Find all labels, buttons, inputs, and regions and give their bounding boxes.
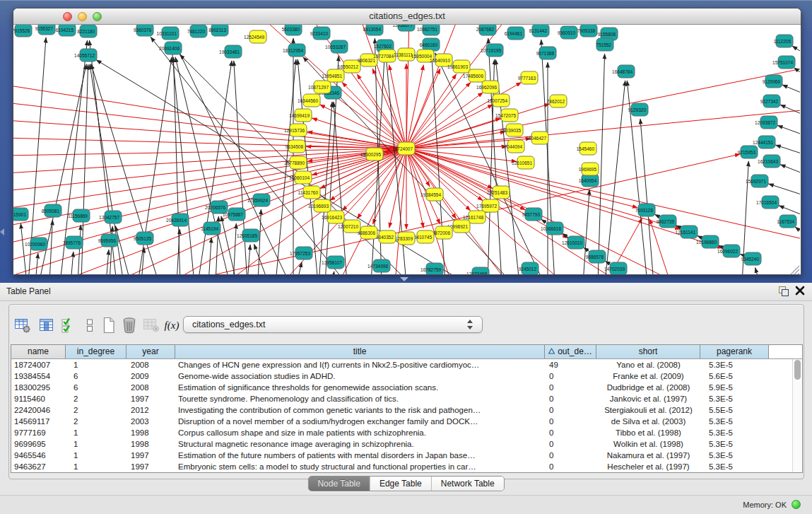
graph-node[interactable]: 20691406 <box>159 42 182 54</box>
graph-node[interactable]: 9505135 <box>134 232 153 245</box>
function-builder-button[interactable]: f(x) <box>161 316 182 334</box>
graph-node[interactable]: 8902113 <box>208 25 228 36</box>
graph-node[interactable]: 16782759 <box>420 263 443 274</box>
network-window-titlebar[interactable]: citations_edges.txt <box>13 8 801 25</box>
graph-node[interactable]: 17016504 <box>756 196 779 209</box>
table-row[interactable]: 1938455462009Genome-wide association stu… <box>11 370 802 382</box>
table-row[interactable]: 977716911998Corpus callosum shape and si… <box>11 427 802 438</box>
graph-node[interactable]: 8505081 <box>42 204 61 217</box>
graph-node[interactable]: 6466160 <box>420 38 440 51</box>
graph-node[interactable]: 8131442 <box>529 25 549 37</box>
delete-columns-trash-button[interactable] <box>120 316 139 334</box>
close-panel-icon[interactable] <box>795 286 805 296</box>
graph-node[interactable]: 18312954 <box>283 44 305 57</box>
table-row[interactable]: 946554611997Estimation of the future num… <box>11 450 802 461</box>
float-panel-icon[interactable] <box>779 286 789 296</box>
graph-node[interactable]: 9129320 <box>628 103 648 116</box>
graph-node[interactable]: 9215953 <box>738 146 758 158</box>
graph-node[interactable]: 13042757 <box>99 211 122 223</box>
tab-network-table[interactable]: Network Table <box>432 477 504 491</box>
table-row[interactable]: 1872400712008Changes of HCN gene express… <box>11 359 802 370</box>
table-row[interactable]: 1830029562008Estimation of significance … <box>11 382 802 393</box>
column-header-name[interactable]: name <box>11 345 66 358</box>
table-scrollbar[interactable] <box>792 359 802 472</box>
graph-node[interactable]: 5603380 <box>282 25 302 35</box>
graph-node[interactable]: 16778890 <box>284 156 307 169</box>
column-header-title[interactable]: title <box>175 345 545 358</box>
deselect-all-rows-button[interactable] <box>81 316 99 334</box>
table-row[interactable]: 911546021997Tourette syndrome. Phenomeno… <box>11 393 802 404</box>
graph-node[interactable]: 17359924 <box>247 194 270 206</box>
table-scrollbar-thumb[interactable] <box>794 360 801 380</box>
graph-node[interactable]: 14734998 <box>367 259 390 272</box>
graph-node[interactable]: 9777163 <box>518 71 538 84</box>
graph-node[interactable]: 16210643 <box>758 155 780 168</box>
graph-node[interactable]: 15692971 <box>746 175 768 187</box>
graph-node[interactable]: 16648784 <box>612 65 635 78</box>
graph-node[interactable]: 19033481 <box>219 45 242 58</box>
window-resize-grip[interactable] <box>791 266 799 274</box>
graph-node[interactable]: 14699419 <box>289 109 312 122</box>
graph-node[interactable]: 2087682 <box>476 25 496 35</box>
graph-node[interactable]: 10871297 <box>308 81 331 93</box>
create-column-button[interactable] <box>100 316 118 334</box>
table-row[interactable]: 1456911722003Disruption of a novel membe… <box>11 416 802 427</box>
graph-node[interactable]: 10331101 <box>157 27 179 40</box>
graph-node[interactable]: 7481220 <box>187 25 207 37</box>
graph-node[interactable]: 9360510 <box>558 26 577 39</box>
graph-node[interactable]: 11056677 <box>393 25 415 31</box>
table-row[interactable]: 969969511998Structural magnetic resonanc… <box>11 438 802 450</box>
graph-node[interactable]: 9233410 <box>310 27 330 40</box>
column-header-short[interactable]: short <box>596 345 700 358</box>
graph-node[interactable]: 1545460 <box>577 142 596 155</box>
select-columns-button[interactable] <box>37 316 56 334</box>
graph-node[interactable]: 12610010 <box>562 236 584 249</box>
graph-node[interactable]: 16916423 <box>322 211 344 223</box>
graph-node[interactable]: 1640954 <box>579 174 599 187</box>
table-row[interactable]: 946362711997Embryonic stem cells: a mode… <box>11 461 802 472</box>
graph-node[interactable]: 1167534 <box>777 215 796 228</box>
delete-table-button-disabled[interactable] <box>142 316 160 334</box>
graph-node[interactable]: 10196860 <box>696 235 719 248</box>
graph-node[interactable]: 9595956 <box>98 234 118 247</box>
graph-node[interactable]: 10366618 <box>541 222 563 235</box>
graph-node[interactable]: 1969695 <box>579 163 599 175</box>
network-canvas-svg[interactable]: 7915528915532761942158221180936037610331… <box>13 25 800 274</box>
graph-node[interactable]: 13958107 <box>322 256 344 269</box>
graph-node[interactable]: 15751074 <box>772 56 795 69</box>
graph-node[interactable]: 10962751 <box>417 25 440 35</box>
graph-node[interactable]: 12524549 <box>244 30 266 43</box>
graph-node[interactable]: 9129966 <box>763 75 782 88</box>
graph-node[interactable]: 7462012 <box>547 95 567 107</box>
graph-node[interactable]: 9345240 <box>741 252 761 265</box>
network-canvas[interactable]: 7915528915532761942158221180936037610331… <box>13 25 801 274</box>
graph-node[interactable]: 9886578 <box>586 250 606 263</box>
graph-node[interactable]: 10719195 <box>481 44 503 57</box>
graph-node[interactable]: 11954851 <box>322 69 344 82</box>
graph-node[interactable]: 7915528 <box>13 25 32 37</box>
graph-node[interactable]: 12161141 <box>676 226 698 238</box>
select-all-rows-button[interactable] <box>59 316 77 334</box>
column-header-year[interactable]: year <box>126 345 175 358</box>
tab-edge-table[interactable]: Edge Table <box>370 477 432 491</box>
graph-node[interactable]: 3915901 <box>13 208 28 221</box>
graph-node[interactable]: 14055712 <box>74 49 97 62</box>
graph-node[interactable]: 7693128 <box>635 204 655 216</box>
graph-node[interactable]: 751552 <box>596 38 613 51</box>
graph-node[interactable]: 17895972 <box>476 199 499 212</box>
graph-node[interactable]: 12610651 <box>512 156 534 169</box>
graph-node[interactable]: 9155327 <box>35 25 55 35</box>
graph-node[interactable]: 12923468 <box>466 267 489 274</box>
graph-node[interactable]: 11007254 <box>488 94 510 107</box>
graph-node[interactable]: 7895776 <box>63 236 83 249</box>
tab-node-table[interactable]: Node Table <box>308 477 370 491</box>
graph-node[interactable]: 6194215 <box>56 25 76 36</box>
column-header-pagerank[interactable]: pagerank <box>700 345 769 358</box>
graph-node[interactable]: 12093872 <box>755 116 777 129</box>
graph-node[interactable]: 12505185 <box>237 229 259 242</box>
graph-node[interactable]: 19384554 <box>420 188 443 201</box>
hidden-panel-handle-icon[interactable] <box>0 228 4 235</box>
graph-node[interactable]: 1145194 <box>201 222 220 235</box>
graph-node[interactable]: 8221180 <box>77 25 97 37</box>
graph-node[interactable]: 7905338 <box>577 25 597 37</box>
